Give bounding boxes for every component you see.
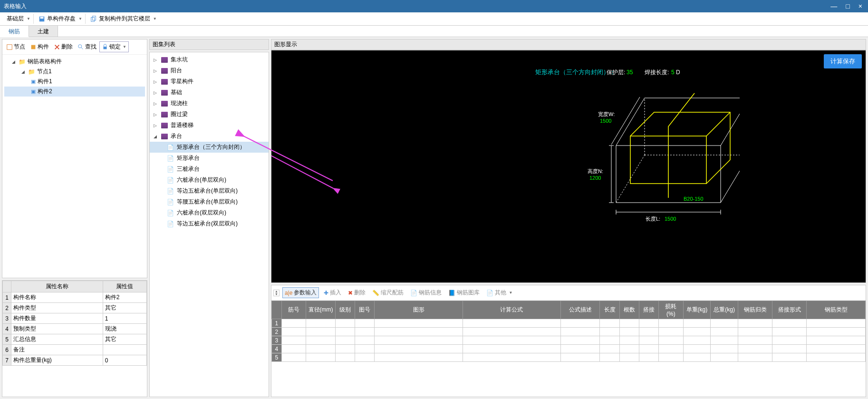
tree-toolbar: 节点 构件 删除 查找 锁定▼ (2, 39, 147, 55)
insert-button[interactable]: ✚插入 (322, 288, 343, 298)
folder-icon: 📁 (28, 68, 35, 75)
grid-row[interactable]: 2 (272, 328, 866, 336)
other-button[interactable]: 📄其他▼ (484, 288, 514, 298)
expand-icon: ▷ (154, 112, 158, 117)
chevron-down-icon: ▼ (27, 17, 30, 21)
svg-text:B20-150: B20-150 (684, 196, 704, 202)
component-tree-panel: 节点 构件 删除 查找 锁定▼ ◢📁钢筋表格构件 ◢📁节点1 ▣构件1 ▣构件2 (2, 39, 147, 278)
param-input-button[interactable]: a|e参数输入 (282, 287, 319, 298)
atlas-item[interactable]: 📄矩形承台 (150, 153, 269, 164)
scale-rebar-button[interactable]: 📏缩尺配筋 (370, 288, 405, 298)
atlas-item[interactable]: 📄三桩承台 (150, 164, 269, 175)
expand-icon: ▷ (154, 90, 158, 95)
lock-button[interactable]: 锁定▼ (99, 41, 129, 52)
graphic-display: 计算保存 矩形承台（三个方向封闭）： 保护层:35 焊接长度:5D (271, 50, 866, 283)
expand-icon: ▷ (154, 123, 158, 128)
property-row[interactable]: 7构件总重量(kg)0 (3, 355, 147, 366)
grid-header: 长度 (600, 301, 619, 319)
grid-row[interactable]: 5 (272, 353, 866, 362)
rebar-diagram: 矩形承台（三个方向封闭）： 保护层:35 焊接长度:5D (397, 65, 740, 226)
tab-civil[interactable]: 土建 (29, 26, 58, 37)
delete-button[interactable]: 删除 (52, 41, 75, 52)
svg-text:5: 5 (671, 69, 675, 76)
atlas-item[interactable]: 📄等腰五桩承台(单层双向) (150, 196, 269, 207)
atlas-category[interactable]: ▷阳台 (150, 65, 269, 76)
atlas-category[interactable]: ▷圈过梁 (150, 109, 269, 120)
rebar-info-button[interactable]: 📄钢筋信息 (408, 288, 444, 298)
atlas-item[interactable]: 📄等边五桩承台(双层双向) (150, 218, 269, 229)
expand-icon: ▷ (154, 79, 158, 84)
book-icon (161, 68, 168, 74)
svg-rect-7 (104, 47, 107, 49)
tree-comp-1[interactable]: ▣构件1 (4, 77, 145, 87)
expand-icon: ▷ (154, 68, 158, 73)
svg-text:35: 35 (627, 69, 633, 76)
atlas-category[interactable]: ▷现浇柱 (150, 98, 269, 109)
minimize-button[interactable]: — (830, 2, 837, 10)
expand-icon: ▷ (154, 58, 158, 62)
grid-header: 筋号 (281, 301, 306, 319)
save-icon (39, 16, 45, 22)
component-button[interactable]: 构件 (28, 41, 51, 52)
lock-icon (102, 44, 108, 50)
rebar-lib-button[interactable]: 📘钢筋图库 (446, 288, 482, 298)
atlas-list: ▷集水坑▷阳台▷零星构件▷基础▷现浇柱▷圈过梁▷普通楼梯◢承台📄矩形承台（三个方… (149, 52, 269, 397)
property-row[interactable]: 4预制类型现浇 (3, 324, 147, 334)
document-icon: 📄 (167, 210, 174, 216)
copy-component-button[interactable]: 复制构件到其它楼层▼ (87, 14, 160, 24)
property-row[interactable]: 2构件类型其它 (3, 303, 147, 313)
atlas-category[interactable]: ◢承台 (150, 131, 269, 142)
tree-root[interactable]: ◢📁钢筋表格构件 (4, 57, 145, 67)
document-icon: 📄 (167, 177, 174, 184)
save-component-button[interactable]: 单构件存盘▼ (36, 14, 86, 24)
tree-comp-2[interactable]: ▣构件2 (4, 87, 145, 97)
atlas-item[interactable]: 📄矩形承台（三个方向封闭） (150, 142, 269, 153)
property-row[interactable]: 1构件名称构件2 (3, 292, 147, 303)
navigate-arrows[interactable]: ▲▼ (273, 290, 280, 296)
atlas-item[interactable]: 📄六桩承台(双层双向) (150, 207, 269, 218)
grid-header: 图号 (355, 301, 375, 319)
main-tabs: 钢筋 土建 (0, 26, 868, 37)
tab-rebar[interactable]: 钢筋 (0, 26, 29, 37)
svg-rect-5 (31, 45, 36, 49)
grid-header: 搭接形式 (772, 301, 807, 319)
grid-header: 级别 (335, 301, 355, 319)
property-row[interactable]: 3构件数量1 (3, 313, 147, 324)
svg-text:1500: 1500 (665, 216, 676, 222)
svg-rect-4 (7, 44, 12, 49)
maximize-button[interactable]: □ (846, 2, 849, 10)
node-button[interactable]: 节点 (4, 41, 27, 52)
close-button[interactable]: × (858, 2, 862, 10)
node-icon (6, 44, 13, 50)
atlas-category[interactable]: ▷集水坑 (150, 54, 269, 65)
chevron-down-icon: ▼ (78, 17, 82, 21)
grid-row[interactable]: 4 (272, 345, 866, 353)
item-icon: ▣ (31, 78, 36, 85)
grid-row[interactable]: 3 (272, 336, 866, 345)
find-button[interactable]: 查找 (76, 41, 98, 52)
grid-header: 计算公式 (463, 301, 560, 319)
document-icon: 📄 (167, 221, 174, 227)
atlas-category[interactable]: ▷普通楼梯 (150, 120, 269, 131)
atlas-category[interactable]: ▷零星构件 (150, 76, 269, 87)
atlas-category[interactable]: ▷基础 (150, 87, 269, 98)
svg-text:保护层:: 保护层: (607, 69, 625, 76)
atlas-item[interactable]: 📄六桩承台(单层双向) (150, 175, 269, 185)
delete-row-button[interactable]: ✖删除 (346, 288, 367, 298)
rebar-data-grid[interactable]: 筋号直径(mm)级别图号图形计算公式公式描述长度根数搭接损耗(%)单重(kg)总… (271, 301, 866, 397)
window-title: 表格输入 (4, 2, 830, 10)
grid-header: 图形 (375, 301, 463, 319)
svg-point-6 (78, 44, 82, 48)
grid-row[interactable]: 1 (272, 319, 866, 328)
atlas-item[interactable]: 📄等边五桩承台(单层双向) (150, 185, 269, 196)
grid-header: 单重(kg) (683, 301, 711, 319)
calculate-save-button[interactable]: 计算保存 (824, 54, 862, 68)
document-icon: 📄 (167, 199, 174, 205)
property-row[interactable]: 6备注 (3, 345, 147, 355)
grid-header: 总重(kg) (711, 301, 738, 319)
tree-node-1[interactable]: ◢📁节点1 (4, 67, 145, 77)
chevron-down-icon: ▼ (153, 17, 157, 21)
layer-dropdown[interactable]: 基础层▼ (4, 14, 34, 24)
property-row[interactable]: 5汇总信息其它 (3, 334, 147, 345)
svg-rect-2 (91, 17, 95, 21)
